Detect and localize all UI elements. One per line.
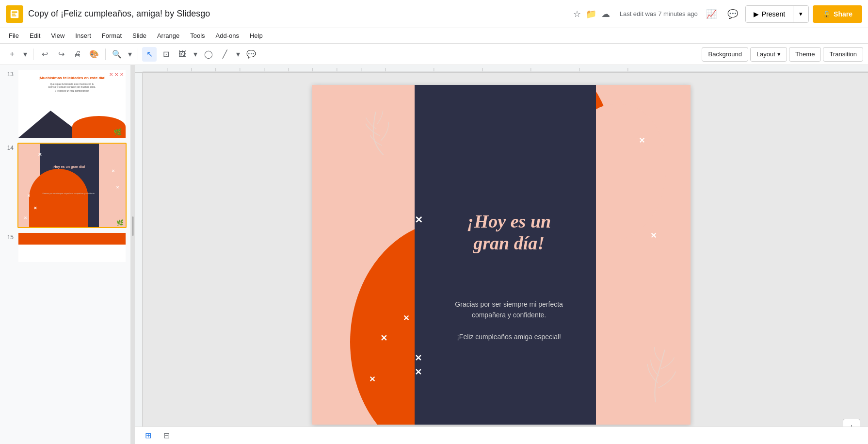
svg-text:|: | bbox=[385, 67, 386, 71]
grid-view-button[interactable]: ⊞ bbox=[141, 430, 155, 442]
layout-button[interactable]: Layout ▾ bbox=[750, 47, 787, 62]
slide-preview-13: ✕ ✕ ✕ ¡Muchísimas felicidades en este dí… bbox=[18, 70, 126, 138]
menu-view[interactable]: View bbox=[46, 30, 69, 41]
deco-x-14b: ✕ bbox=[112, 169, 115, 173]
canvas-area[interactable]: | | | | | | | | | | | | | | | bbox=[135, 65, 868, 444]
present-button-group: ▶ Present ▾ bbox=[745, 5, 809, 23]
main-area: 13 ✕ ✕ ✕ ¡Muchísimas felicidades en este… bbox=[0, 65, 868, 444]
deco-x-14c: ✕ bbox=[116, 185, 119, 190]
svg-text:|: | bbox=[434, 67, 434, 71]
svg-text:|: | bbox=[530, 67, 531, 71]
slide-preview-14: ¡Hoy es un gran día! Gracias por ser sie… bbox=[18, 144, 126, 227]
print-button[interactable]: 🖨 bbox=[70, 47, 85, 62]
share-button[interactable]: 🔒 Share bbox=[813, 5, 862, 23]
background-button[interactable]: Background bbox=[702, 47, 748, 62]
star-icon[interactable]: ☆ bbox=[573, 9, 581, 19]
slide13-mountain bbox=[18, 111, 72, 138]
zoom-button[interactable]: 🔍 bbox=[110, 47, 124, 62]
svg-text:|: | bbox=[215, 67, 216, 71]
chat-icon[interactable]: 💬 bbox=[724, 5, 741, 23]
doc-title: Copy of ¡Feliz cumpleaños, amiga! by Sli… bbox=[28, 9, 568, 19]
menu-help[interactable]: Help bbox=[245, 30, 268, 41]
slide14-text: Gracias por ser siempre mi perfecta comp… bbox=[42, 192, 96, 195]
shapes-button[interactable]: ◯ bbox=[201, 47, 216, 62]
svg-text:|: | bbox=[482, 67, 483, 71]
undo-button[interactable]: ↩ bbox=[37, 47, 52, 62]
redo-button[interactable]: ↪ bbox=[54, 47, 68, 62]
slide-thumb-15[interactable]: 15 bbox=[4, 232, 127, 263]
trend-icon[interactable]: 📈 bbox=[703, 5, 720, 23]
theme-button[interactable]: Theme bbox=[789, 47, 821, 62]
slide-panel: 13 ✕ ✕ ✕ ¡Muchísimas felicidades en este… bbox=[0, 65, 131, 444]
deco-x-13: ✕ ✕ ✕ bbox=[109, 72, 124, 77]
comment-button[interactable]: 💬 bbox=[244, 47, 258, 62]
slide13-footer: ¡Te deseo un feliz cumpleaños! bbox=[18, 88, 126, 93]
svg-text:|: | bbox=[264, 67, 265, 71]
cross-4: ✕ bbox=[380, 333, 387, 344]
add-button[interactable]: ＋ bbox=[5, 47, 19, 62]
svg-text:|: | bbox=[240, 67, 241, 71]
add-dropdown-button[interactable]: ▾ bbox=[21, 47, 29, 62]
app-icon bbox=[6, 5, 23, 23]
lock-icon: 🔒 bbox=[822, 10, 831, 18]
resizer-bar bbox=[132, 216, 134, 236]
menu-slide[interactable]: Slide bbox=[128, 30, 151, 41]
slide14-title: ¡Hoy es un gran día! bbox=[42, 164, 96, 169]
svg-text:|: | bbox=[361, 67, 362, 71]
ruler-left bbox=[135, 73, 143, 444]
image-button[interactable]: 🖼 bbox=[175, 47, 190, 62]
menu-format[interactable]: Format bbox=[97, 30, 127, 41]
menu-file[interactable]: File bbox=[4, 30, 24, 41]
slide-container-15 bbox=[17, 232, 127, 263]
select-tool-button[interactable]: ↖ bbox=[142, 47, 157, 62]
cross-1: ✕ bbox=[415, 214, 423, 226]
deco-x-14d: ✕ bbox=[27, 194, 31, 198]
top-actions: 📈 💬 ▶ Present ▾ 🔒 Share bbox=[703, 5, 862, 23]
svg-text:|: | bbox=[627, 67, 628, 71]
slide-subtitle: Gracias por ser siempre mi perfecta comp… bbox=[426, 299, 592, 343]
menu-edit[interactable]: Edit bbox=[25, 30, 45, 41]
layout-dropdown-icon: ▾ bbox=[777, 50, 781, 58]
toolbar-separator-3 bbox=[138, 49, 138, 60]
slide-main-title: ¡Hoy es un gran día! bbox=[426, 211, 592, 255]
zoom-dropdown-button[interactable]: ▾ bbox=[126, 47, 134, 62]
panel-resizer[interactable] bbox=[131, 65, 135, 444]
menu-insert[interactable]: Insert bbox=[70, 30, 96, 41]
slide-thumb-13[interactable]: 13 ✕ ✕ ✕ ¡Muchísimas felicidades en este… bbox=[4, 69, 127, 139]
topbar: Copy of ¡Feliz cumpleaños, amiga! by Sli… bbox=[0, 0, 868, 28]
last-edit: Last edit was 7 minutes ago bbox=[620, 10, 698, 17]
slide-container-14: ¡Hoy es un gran día! Gracias por ser sie… bbox=[17, 143, 127, 228]
slide-thumb-14[interactable]: 14 ¡Hoy es un gran día! Gracias por ser … bbox=[4, 143, 127, 228]
deco-x-14a: ✕ bbox=[38, 152, 42, 157]
paint-format-button[interactable]: 🎨 bbox=[87, 47, 101, 62]
line-button[interactable]: ╱ bbox=[218, 47, 232, 62]
cloud-icon[interactable]: ☁ bbox=[601, 9, 610, 19]
slide13-bottom-deco: 🌿 bbox=[18, 111, 126, 138]
slide-container-13: ✕ ✕ ✕ ¡Muchísimas felicidades en este dí… bbox=[17, 69, 127, 139]
slide14-plant-icon: 🌿 bbox=[116, 219, 124, 226]
svg-text:|: | bbox=[167, 67, 168, 71]
slide13-plant-icon: 🌿 bbox=[113, 128, 122, 136]
present-main-button[interactable]: ▶ Present bbox=[746, 5, 793, 23]
menu-addons[interactable]: Add-ons bbox=[211, 30, 244, 41]
cross-8: ✕ bbox=[403, 313, 409, 323]
title-icons: ☆ 📁 ☁ bbox=[573, 9, 610, 19]
list-view-button[interactable]: ⊟ bbox=[159, 430, 174, 442]
image-dropdown-button[interactable]: ▾ bbox=[192, 47, 199, 62]
present-dropdown-button[interactable]: ▾ bbox=[793, 5, 808, 23]
toolbar-separator-1 bbox=[33, 49, 33, 60]
cross-7: ✕ bbox=[415, 353, 422, 363]
bottom-toolbar: ⊞ ⊟ bbox=[135, 427, 868, 444]
main-slide[interactable]: ✕ ✕ ✕ ✕ ✕ ✕ ✕ ✕ ¡Hoy es un gran día! Gra… bbox=[312, 85, 691, 425]
menubar: File Edit View Insert Format Slide Arran… bbox=[0, 28, 868, 44]
deco-x-14e: ✕ bbox=[33, 206, 37, 211]
cross-6: ✕ bbox=[369, 375, 375, 384]
line-dropdown-button[interactable]: ▾ bbox=[234, 47, 242, 62]
cross-3: ✕ bbox=[650, 231, 657, 240]
svg-rect-1 bbox=[12, 11, 17, 13]
transition-button[interactable]: Transition bbox=[823, 47, 863, 62]
text-box-button[interactable]: ⊡ bbox=[159, 47, 173, 62]
folder-icon[interactable]: 📁 bbox=[586, 9, 596, 19]
menu-tools[interactable]: Tools bbox=[185, 30, 209, 41]
menu-arrange[interactable]: Arrange bbox=[152, 30, 184, 41]
